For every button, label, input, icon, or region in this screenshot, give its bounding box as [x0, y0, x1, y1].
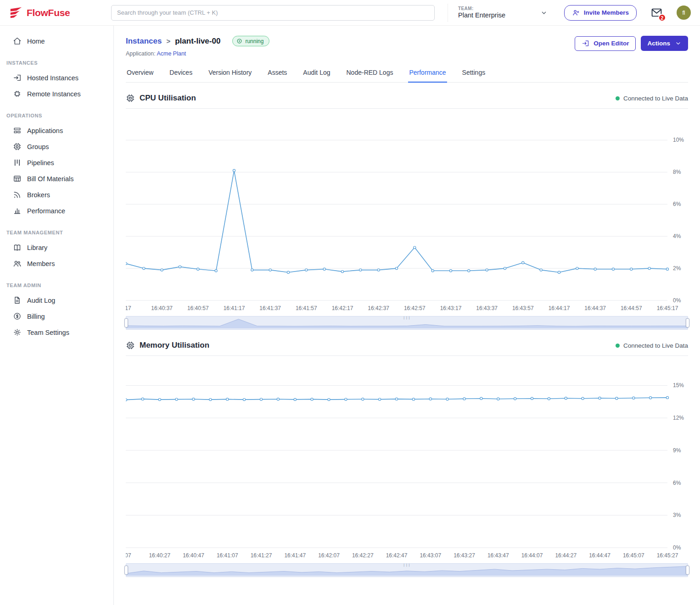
sidebar-item-remote-instances[interactable]: Remote Instances [0, 86, 113, 102]
instance-tabs: Overview Devices Version History Assets … [126, 64, 688, 83]
svg-text:6%: 6% [673, 201, 681, 207]
tab-overview[interactable]: Overview [126, 64, 154, 83]
tab-settings[interactable]: Settings [461, 64, 487, 83]
live-dot-icon [616, 96, 620, 100]
svg-text:0:17: 0:17 [126, 305, 131, 311]
tab-audit-log[interactable]: Audit Log [302, 64, 331, 83]
svg-text:16:43:57: 16:43:57 [512, 305, 534, 311]
sidebar-item-groups[interactable]: Groups [0, 139, 113, 155]
invite-members-button[interactable]: Invite Members [564, 5, 637, 21]
memory-chart-zoom-slider[interactable]: ||| [126, 563, 688, 577]
svg-text:0%: 0% [673, 297, 681, 304]
application-link[interactable]: Acme Plant [157, 50, 186, 57]
svg-text:15%: 15% [673, 382, 684, 389]
svg-text:16:44:47: 16:44:47 [589, 552, 610, 559]
svg-text:16:43:37: 16:43:37 [476, 305, 498, 311]
sidebar-item-label: Performance [27, 207, 65, 215]
sidebar-item-members[interactable]: Members [0, 255, 113, 272]
tab-node-red-logs[interactable]: Node-RED Logs [346, 64, 394, 83]
sidebar-item-billing[interactable]: Billing [0, 308, 113, 324]
actions-label: Actions [647, 40, 670, 47]
sidebar-item-performance[interactable]: Performance [0, 203, 113, 219]
sidebar-section-team-management: TEAM MANAGEMENT [0, 230, 113, 235]
sidebar-item-label: Bill Of Materials [27, 175, 74, 183]
user-avatar[interactable]: fl [677, 6, 691, 20]
team-selector[interactable]: TEAM: Plant Enterprise [448, 4, 548, 22]
sidebar: Home INSTANCES Hosted Instances Remote I… [0, 26, 114, 605]
sidebar-item-bill-of-materials[interactable]: Bill Of Materials [0, 171, 113, 187]
breadcrumb-instances-link[interactable]: Instances [126, 37, 162, 46]
sidebar-item-audit-log[interactable]: Audit Log [0, 292, 113, 308]
sidebar-item-library[interactable]: Library [0, 239, 113, 255]
zoom-grip-handle[interactable]: ||| [403, 563, 411, 567]
zoom-handle-right[interactable] [686, 318, 689, 327]
sidebar-item-label: Members [27, 260, 55, 267]
flowfuse-logo[interactable]: FlowFuse [9, 6, 111, 20]
svg-text:0:07: 0:07 [126, 552, 131, 559]
svg-text:12%: 12% [673, 415, 684, 421]
cpu-utilisation-chart: 0%2%4%6%8%10%0:1716:40:3716:40:5716:41:1… [126, 110, 688, 314]
brokers-icon [13, 190, 22, 199]
chevron-down-icon [675, 40, 682, 47]
actions-button[interactable]: Actions [641, 36, 688, 51]
svg-text:10%: 10% [673, 137, 684, 143]
performance-icon [13, 206, 22, 215]
zoom-grip-handle[interactable]: ||| [403, 316, 411, 320]
bill-of-materials-icon [13, 174, 22, 183]
svg-text:16:41:37: 16:41:37 [259, 305, 281, 311]
audit-log-icon [13, 296, 22, 305]
hosted-instances-icon [13, 73, 22, 82]
svg-text:16:40:27: 16:40:27 [149, 552, 170, 559]
svg-text:16:41:07: 16:41:07 [217, 552, 238, 559]
open-editor-button[interactable]: Open Editor [575, 36, 636, 51]
gear-icon [13, 328, 22, 337]
cpu-utilisation-section: CPU Utilisation Connected to Live Data 0… [126, 94, 688, 330]
person-plus-icon [572, 9, 580, 17]
sidebar-item-home[interactable]: Home [0, 33, 113, 49]
zoom-handle-left[interactable] [124, 318, 128, 327]
tab-assets[interactable]: Assets [267, 64, 288, 83]
sidebar-item-applications[interactable]: Applications [0, 122, 113, 139]
zoom-handle-left[interactable] [124, 566, 128, 575]
sidebar-item-label: Hosted Instances [27, 74, 78, 82]
svg-text:2%: 2% [673, 265, 681, 272]
notification-count-badge: 2 [658, 14, 666, 22]
team-search-input[interactable] [111, 5, 435, 21]
tab-version-history[interactable]: Version History [207, 64, 252, 83]
flowfuse-logo-icon [9, 6, 23, 20]
main-content: Instances > plant-live-00 running Applic… [114, 26, 700, 577]
sidebar-item-pipelines[interactable]: Pipelines [0, 155, 113, 171]
notifications-button[interactable]: 2 [650, 6, 663, 19]
chevron-down-icon [540, 9, 548, 17]
svg-text:9%: 9% [673, 447, 681, 454]
svg-text:3%: 3% [673, 512, 681, 518]
sidebar-item-brokers[interactable]: Brokers [0, 187, 113, 203]
memory-utilisation-chart: 0%3%6%9%12%15%0:0716:40:2716:40:4716:41:… [126, 357, 688, 561]
sidebar-item-label: Brokers [27, 191, 50, 199]
svg-text:16:45:07: 16:45:07 [623, 552, 644, 559]
svg-text:16:41:27: 16:41:27 [251, 552, 272, 559]
svg-text:16:42:37: 16:42:37 [368, 305, 389, 311]
tab-devices[interactable]: Devices [168, 64, 193, 83]
tab-performance[interactable]: Performance [408, 64, 447, 83]
svg-text:16:42:47: 16:42:47 [386, 552, 408, 559]
zoom-handle-right[interactable] [686, 566, 689, 575]
svg-text:4%: 4% [673, 233, 681, 239]
live-status-label: Connected to Live Data [623, 95, 688, 102]
cpu-chart-zoom-slider[interactable]: ||| [126, 316, 688, 330]
breadcrumb-separator: > [166, 37, 170, 45]
live-status-label: Connected to Live Data [623, 342, 688, 349]
invite-members-label: Invite Members [584, 9, 629, 16]
sidebar-item-label: Groups [27, 143, 49, 150]
billing-icon [13, 312, 22, 321]
members-icon [13, 259, 22, 268]
sidebar-item-team-settings[interactable]: Team Settings [0, 324, 113, 340]
section-title-memory: Memory Utilisation [140, 341, 209, 350]
sidebar-item-label: Billing [27, 313, 45, 320]
sidebar-item-hosted-instances[interactable]: Hosted Instances [0, 70, 113, 86]
line-chart-canvas: 0%2%4%6%8%10%0:1716:40:3716:40:5716:41:1… [126, 110, 688, 314]
team-label: TEAM: [458, 6, 505, 11]
svg-text:16:42:27: 16:42:27 [352, 552, 374, 559]
applications-icon [13, 126, 22, 135]
svg-text:16:41:47: 16:41:47 [284, 552, 306, 559]
